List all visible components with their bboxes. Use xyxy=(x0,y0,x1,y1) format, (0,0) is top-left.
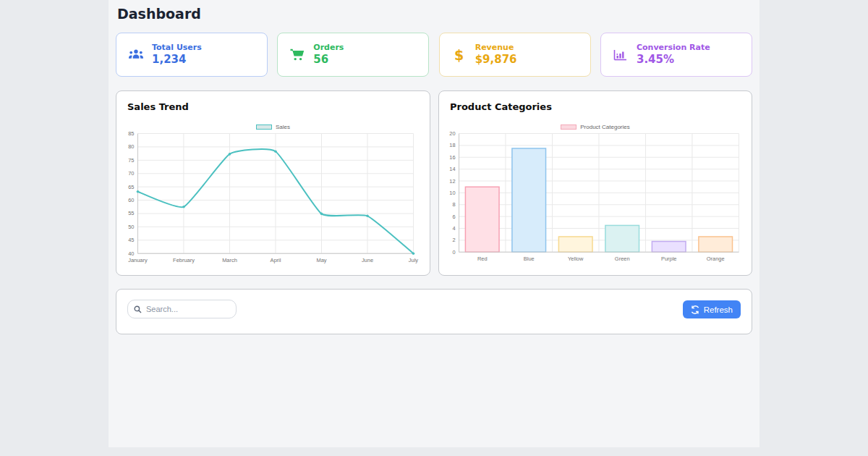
svg-text:10: 10 xyxy=(449,190,455,196)
svg-text:0: 0 xyxy=(452,249,455,256)
svg-text:75: 75 xyxy=(128,157,134,164)
stat-value: 1,234 xyxy=(152,53,202,67)
stat-card-revenue: $ Revenue $9,876 xyxy=(439,33,591,77)
refresh-icon xyxy=(691,305,699,314)
stat-label: Total Users xyxy=(152,43,202,53)
svg-text:2: 2 xyxy=(452,237,455,243)
search-box[interactable] xyxy=(127,300,237,318)
svg-text:14: 14 xyxy=(449,166,455,172)
svg-text:Orange: Orange xyxy=(707,256,725,262)
dollar-icon: $ xyxy=(451,47,467,63)
svg-text:Green: Green xyxy=(615,256,630,262)
stats-row: Total Users 1,234 Orders 56 $ Revenue $ xyxy=(116,33,752,77)
sales-trend-chart: 40455055606570758085JanuaryFebruaryMarch… xyxy=(116,91,430,275)
svg-text:60: 60 xyxy=(128,197,134,203)
svg-text:85: 85 xyxy=(128,130,134,137)
svg-text:16: 16 xyxy=(449,154,455,161)
stat-label: Conversion Rate xyxy=(637,43,710,53)
stat-card-conversion-rate: Conversion Rate 3.45% xyxy=(600,33,752,77)
stat-label: Revenue xyxy=(475,43,517,53)
stat-card-orders: Orders 56 xyxy=(277,33,429,77)
svg-text:June: June xyxy=(362,257,373,263)
refresh-button[interactable]: Refresh xyxy=(683,300,741,318)
svg-text:Blue: Blue xyxy=(524,256,535,262)
svg-text:Yellow: Yellow xyxy=(568,256,584,262)
svg-text:40: 40 xyxy=(128,250,134,257)
svg-text:18: 18 xyxy=(449,142,455,148)
svg-text:Purple: Purple xyxy=(661,256,677,262)
svg-text:80: 80 xyxy=(128,143,134,150)
svg-text:50: 50 xyxy=(128,224,134,230)
refresh-button-label: Refresh xyxy=(704,305,733,314)
svg-text:January: January xyxy=(128,257,148,263)
svg-text:July: July xyxy=(409,257,419,263)
svg-text:45: 45 xyxy=(128,237,134,243)
search-input[interactable] xyxy=(146,305,230,313)
svg-text:Red: Red xyxy=(477,256,488,262)
svg-text:February: February xyxy=(173,257,195,263)
stat-value: $9,876 xyxy=(475,53,517,67)
sales-trend-card: Sales Trend Sales 40455055606570758085Ja… xyxy=(116,90,430,276)
svg-text:12: 12 xyxy=(449,178,455,185)
charts-row: Sales Trend Sales 40455055606570758085Ja… xyxy=(116,90,752,276)
svg-text:65: 65 xyxy=(128,184,134,190)
product-categories-card: Product Categories Product Categories 02… xyxy=(438,90,752,276)
cart-icon xyxy=(289,48,305,61)
search-section: Refresh xyxy=(116,289,752,334)
svg-text:May: May xyxy=(316,257,326,263)
svg-text:4: 4 xyxy=(452,225,455,232)
search-icon xyxy=(134,305,142,313)
stat-card-total-users: Total Users 1,234 xyxy=(116,33,268,77)
dashboard-container: Dashboard Total Users 1,234 xyxy=(109,0,760,447)
svg-text:55: 55 xyxy=(128,210,134,216)
stat-value: 3.45% xyxy=(637,53,710,67)
svg-text:20: 20 xyxy=(449,130,455,137)
svg-text:70: 70 xyxy=(128,170,134,177)
page-title: Dashboard xyxy=(117,6,201,22)
svg-text:April: April xyxy=(271,257,281,263)
svg-text:6: 6 xyxy=(452,214,455,220)
stat-label: Orders xyxy=(313,43,344,53)
product-categories-chart: 02468101214161820RedBlueYellowGreenPurpl… xyxy=(439,91,752,275)
users-icon xyxy=(128,49,144,60)
svg-text:8: 8 xyxy=(452,201,455,208)
bar-chart-icon xyxy=(613,49,629,61)
svg-text:March: March xyxy=(222,257,237,263)
stat-value: 56 xyxy=(313,53,344,67)
